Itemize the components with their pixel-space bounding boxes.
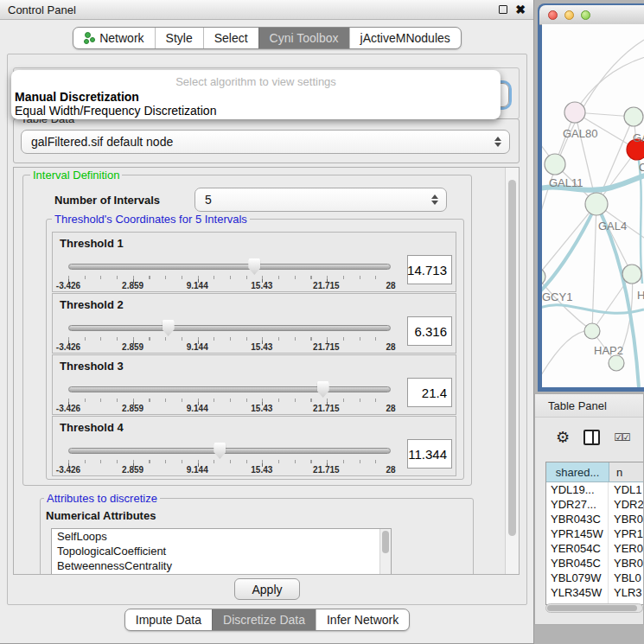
tab-label: Impute Data <box>136 613 201 627</box>
list-item[interactable]: TopologicalCoefficient <box>52 544 391 558</box>
panel-title: Control Panel <box>8 3 76 16</box>
settings-scrollbar[interactable] <box>505 168 519 574</box>
tab-select[interactable]: Select <box>203 28 258 48</box>
node-ga[interactable] <box>624 107 643 126</box>
table-panel-toolbar: ⚙ ☑☑ <box>535 424 643 451</box>
tab-infer-network[interactable]: Infer Network <box>316 609 409 630</box>
table-row[interactable]: YPR145W YPR1 <box>546 526 644 541</box>
list-item[interactable]: BetweennessCentrality <box>52 558 391 573</box>
apply-button[interactable]: Apply <box>234 578 300 600</box>
list-item[interactable]: SelfLoops <box>52 529 391 544</box>
tab-impute-data[interactable]: Impute Data <box>125 609 212 630</box>
tab-jactivemnodules[interactable]: jActiveMNodules <box>349 28 461 48</box>
table-row[interactable]: YDL19... YDL1 <box>546 482 644 497</box>
threshold-1-slider[interactable] <box>68 257 391 277</box>
table-row[interactable]: YER054C YER0 <box>546 541 644 556</box>
close-icon[interactable]: ✖ <box>515 3 526 16</box>
network-view-window: GAL80 GA C GAL11 GAL4 GCY1 H HAP2 <box>538 3 644 392</box>
node-gcy1[interactable] <box>542 268 545 285</box>
tab-label: Discretize Data <box>223 613 305 627</box>
tab-style[interactable]: Style <box>155 28 203 48</box>
cyni-toolbox-panel: Discretization Algorithm Select algorith… <box>7 54 527 605</box>
select-checkboxes-icon[interactable]: ☑☑ <box>614 431 629 443</box>
threshold-3-slider[interactable] <box>68 379 391 400</box>
node-label: GA <box>633 131 644 144</box>
threshold-1-panel: Threshold 1 -3.426 2.859 9.144 15.43 <box>52 232 456 292</box>
table-data-value: galFiltered.sif default node <box>31 135 173 149</box>
list-scrollbar[interactable] <box>379 529 391 575</box>
table-row[interactable]: YDR27... YDR2 <box>546 497 644 512</box>
node-gal11[interactable] <box>545 154 565 175</box>
threshold-coordinates-group: Threshold's Coordinates for 5 Intervals … <box>46 219 464 480</box>
network-nodes <box>542 102 644 371</box>
network-window-titlebar <box>539 5 644 25</box>
threshold-3-label: Threshold 3 <box>60 360 124 373</box>
threshold-2-slider[interactable] <box>68 318 391 339</box>
dropdown-option-manual[interactable]: Manual Discretization <box>15 90 139 104</box>
slider-track[interactable] <box>68 325 391 331</box>
slider-handle[interactable] <box>248 258 260 275</box>
close-traffic-light-icon[interactable] <box>548 10 558 20</box>
node-label: GAL4 <box>598 220 627 233</box>
top-tabbar: Network Style Select Cyni Toolbox jActiv… <box>0 27 534 49</box>
node-gal4[interactable] <box>585 193 608 215</box>
number-of-intervals-combobox[interactable]: 5 <box>194 188 447 212</box>
network-icon <box>84 32 95 44</box>
node-h[interactable] <box>622 265 641 284</box>
tab-discretize-data[interactable]: Discretize Data <box>212 609 316 630</box>
threshold-1-value-field[interactable]: 14.713 <box>407 255 452 284</box>
slider-tick-labels: -3.426 2.859 9.144 15.43 21.715 28 <box>68 281 391 291</box>
node-hap2[interactable] <box>584 323 600 339</box>
float-window-icon[interactable] <box>499 5 507 14</box>
threshold-4-value-field[interactable]: 11.344 <box>407 439 452 469</box>
attributes-group: Attributes to discretize Numerical Attri… <box>40 498 474 575</box>
table-row[interactable]: YBR045C YBR0 <box>546 556 644 571</box>
interval-definition-label: Interval Definition <box>30 169 122 182</box>
threshold-4-panel: Threshold 4 -3.426 2.859 9.144 15.43 <box>52 416 456 476</box>
table-row[interactable]: YLR345W YLR3 <box>546 585 644 600</box>
slider-handle[interactable] <box>163 320 175 336</box>
numerical-attributes-label: Numerical Attributes <box>46 509 156 522</box>
network-graph: GAL80 GA C GAL11 GAL4 GCY1 H HAP2 <box>542 24 644 387</box>
zoom-traffic-light-icon[interactable] <box>581 10 590 20</box>
algorithm-dropdown-popup: Select algorithm to view settings Manual… <box>11 70 501 119</box>
node-label: GAL80 <box>563 127 597 140</box>
slider-track[interactable] <box>68 264 391 270</box>
threshold-4-label: Threshold 4 <box>60 421 124 434</box>
control-panel-titlebar: Control Panel ✖ <box>0 0 533 20</box>
table-row[interactable]: YBL079W YBL0 <box>546 571 644 585</box>
node-table: shared... n YDL19... YDL1 YDR27... YDR2 … <box>545 462 644 605</box>
tab-cyni-toolbox[interactable]: Cyni Toolbox <box>258 28 349 48</box>
slider-track[interactable] <box>68 386 391 392</box>
node-label: H <box>637 289 644 302</box>
columns-icon[interactable] <box>583 430 600 445</box>
gear-icon[interactable]: ⚙ <box>556 430 570 445</box>
table-data-combobox[interactable]: galFiltered.sif default node <box>21 130 510 154</box>
node-gal80[interactable] <box>564 102 585 123</box>
slider-handle[interactable] <box>317 381 329 398</box>
slider-track[interactable] <box>68 448 391 454</box>
tab-label: Network <box>99 31 143 45</box>
threshold-2-panel: Threshold 2 -3.426 2.859 9.144 15.43 <box>52 293 456 354</box>
node-label: HAP2 <box>594 344 623 357</box>
network-canvas[interactable]: GAL80 GA C GAL11 GAL4 GCY1 H HAP2 <box>542 24 644 387</box>
attributes-group-label: Attributes to discretize <box>44 492 160 505</box>
column-header-name[interactable]: n <box>609 462 644 481</box>
column-header-shared-name[interactable]: shared... <box>546 462 609 481</box>
dropdown-option-equal-width[interactable]: Equal Width/Frequency Discretization <box>15 104 216 118</box>
threshold-3-value-field[interactable]: 21.4 <box>407 378 452 407</box>
numerical-attributes-list: SelfLoops TopologicalCoefficient Between… <box>51 528 392 575</box>
dropdown-placeholder: Select algorithm to view settings <box>11 75 501 88</box>
threshold-2-value-field[interactable]: 6.316 <box>407 316 452 346</box>
table-data-group: Table Data galFiltered.sif default node <box>13 118 520 163</box>
minimize-traffic-light-icon[interactable] <box>564 10 574 20</box>
table-horizontal-scrollbar[interactable] <box>545 603 643 613</box>
slider-handle[interactable] <box>214 443 226 459</box>
node-label: GCY1 <box>542 290 572 303</box>
threshold-4-slider[interactable] <box>68 441 391 462</box>
spinner-icon <box>494 137 501 147</box>
tab-label: jActiveMNodules <box>360 31 450 45</box>
node-bottom[interactable] <box>609 355 624 371</box>
tab-network[interactable]: Network <box>73 28 154 48</box>
table-row[interactable]: YBR043C YBR0 <box>546 512 644 526</box>
